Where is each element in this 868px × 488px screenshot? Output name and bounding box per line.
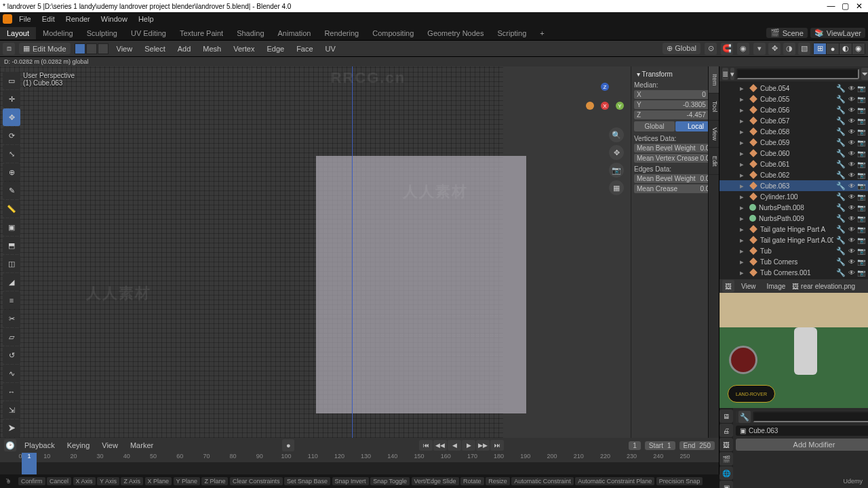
outliner-row[interactable]: ▸ Tub Corners.001 🔧 👁 📷 xyxy=(719,267,868,278)
global-toggle[interactable]: Global xyxy=(634,121,675,131)
disclosure-icon[interactable]: ▸ xyxy=(740,225,747,234)
outliner-row[interactable]: ▸ Tub 🔧 👁 📷 xyxy=(719,245,868,256)
axis-y-icon[interactable]: Y xyxy=(616,102,624,110)
eye-icon[interactable]: 👁 xyxy=(848,215,855,222)
menu-render[interactable]: Render xyxy=(62,14,94,24)
rendered-shading-icon[interactable]: ◉ xyxy=(852,43,865,54)
tab-uv-editing[interactable]: UV Editing xyxy=(124,27,173,39)
outliner-row[interactable]: ▸ Tub Corners 🔧 👁 📷 xyxy=(719,256,868,267)
tool-inset[interactable]: ◫ xyxy=(3,255,20,272)
tl-menu-keying[interactable]: Keying xyxy=(63,440,94,451)
outliner-row[interactable]: ▸ Cube.057 🔧 👁 📷 xyxy=(719,115,868,126)
autokey-icon[interactable]: ● xyxy=(282,439,294,451)
prop-tab-world-icon[interactable]: 🌐 xyxy=(719,466,733,480)
proportional-edit-icon[interactable]: ◉ xyxy=(737,43,749,55)
tool-measure[interactable]: 📏 xyxy=(3,200,20,218)
image-name-field[interactable]: 🖼 rear elevation.png xyxy=(792,283,865,290)
tool-rip[interactable]: ⮞ xyxy=(3,420,20,437)
eye-icon[interactable]: 👁 xyxy=(848,237,855,244)
tool-smooth[interactable]: ∿ xyxy=(3,365,20,382)
tab-compositing[interactable]: Compositing xyxy=(366,27,420,39)
disclosure-icon[interactable]: ▸ xyxy=(740,268,747,277)
matprev-shading-icon[interactable]: ◐ xyxy=(840,43,852,54)
disclosure-icon[interactable]: ▸ xyxy=(740,171,747,180)
render-icon[interactable]: 📷 xyxy=(857,247,865,255)
render-icon[interactable]: 📷 xyxy=(857,171,865,179)
render-icon[interactable]: 📷 xyxy=(857,237,865,244)
menu-select[interactable]: Select xyxy=(140,43,170,54)
image-editor-canvas[interactable]: LAND-ROVER xyxy=(719,293,868,408)
tl-menu-view[interactable]: View xyxy=(98,440,122,451)
editor-type-icon[interactable]: ⧈ xyxy=(3,43,15,55)
disclosure-icon[interactable]: ▸ xyxy=(740,95,747,104)
mode-selector[interactable]: ▦ Edit Mode xyxy=(19,43,71,54)
gizmo-icon[interactable]: ✥ xyxy=(768,43,781,55)
3d-viewport[interactable]: RRCG.cn 人人素材 人人素材 User Perspective (1) C… xyxy=(0,66,719,438)
start-frame-field[interactable]: Start1 xyxy=(645,441,675,450)
props-search-input[interactable] xyxy=(753,411,868,422)
eye-icon[interactable]: 👁 xyxy=(848,193,855,201)
eye-icon[interactable]: 👁 xyxy=(848,117,855,125)
render-icon[interactable]: 📷 xyxy=(857,269,865,277)
outliner-search-input[interactable] xyxy=(736,68,859,79)
tool-bevel[interactable]: ◢ xyxy=(3,273,20,291)
tool-knife[interactable]: ✂ xyxy=(3,310,20,327)
eye-icon[interactable]: 👁 xyxy=(848,150,855,157)
axis-x-icon[interactable]: X xyxy=(601,102,609,110)
overlays-icon[interactable]: ◑ xyxy=(783,43,795,55)
tab-rendering[interactable]: Rendering xyxy=(317,27,366,39)
render-icon[interactable]: 📷 xyxy=(857,182,865,190)
solid-shading-icon[interactable]: ● xyxy=(827,43,839,54)
menu-mesh[interactable]: Mesh xyxy=(199,43,225,54)
render-icon[interactable]: 📷 xyxy=(857,150,865,157)
menu-face[interactable]: Face xyxy=(292,43,317,54)
eye-icon[interactable]: 👁 xyxy=(848,96,855,103)
maximize-button[interactable]: ▢ xyxy=(839,1,851,11)
render-icon[interactable]: 📷 xyxy=(857,128,865,136)
eye-icon[interactable]: 👁 xyxy=(848,139,855,146)
disclosure-icon[interactable]: ▸ xyxy=(740,160,747,169)
next-key-icon[interactable]: ▶▶ xyxy=(476,440,490,451)
prop-tab-scene-icon[interactable]: 🎬 xyxy=(719,452,733,466)
outliner-row[interactable]: ▸ Tail gate Hinge Part A 🔧 👁 📷 xyxy=(719,224,868,235)
mean-crease-field[interactable]: Mean Crease0.00 xyxy=(634,184,716,193)
menu-add[interactable]: Add xyxy=(174,43,195,54)
tool-annotate[interactable]: ✎ xyxy=(3,182,20,199)
eye-icon[interactable]: 👁 xyxy=(848,204,855,211)
current-frame-field[interactable]: 1 xyxy=(629,441,641,450)
play-icon[interactable]: ▶ xyxy=(462,440,475,451)
menu-edit[interactable]: Edit xyxy=(38,14,59,24)
prop-tab-viewlayer-icon[interactable]: 🖼 xyxy=(719,438,733,451)
median-z-field[interactable]: Z-4.457 m xyxy=(634,110,716,119)
tl-menu-marker[interactable]: Marker xyxy=(126,440,157,451)
tab-animation[interactable]: Animation xyxy=(271,27,318,39)
minimize-button[interactable]: — xyxy=(825,1,837,11)
render-icon[interactable]: 📷 xyxy=(857,139,865,146)
tab-sculpting[interactable]: Sculpting xyxy=(80,27,124,39)
tool-move[interactable]: ✥ xyxy=(3,108,20,126)
menu-file[interactable]: File xyxy=(15,14,35,24)
tab-scripting[interactable]: Scripting xyxy=(490,27,533,39)
eye-icon[interactable]: 👁 xyxy=(848,128,855,136)
render-icon[interactable]: 📷 xyxy=(857,161,865,168)
pivot-icon[interactable]: ⊙ xyxy=(705,43,717,55)
disclosure-icon[interactable]: ▸ xyxy=(740,106,747,115)
eye-icon[interactable]: 👁 xyxy=(848,161,855,168)
disclosure-icon[interactable]: ▸ xyxy=(740,127,747,136)
props-editor-type-icon[interactable]: 🔧 xyxy=(738,411,751,423)
outliner-row[interactable]: ▸ Cube.058 🔧 👁 📷 xyxy=(719,126,868,137)
disclosure-icon[interactable]: ▸ xyxy=(740,117,747,125)
disclosure-icon[interactable]: ▸ xyxy=(740,203,747,212)
outliner-row[interactable]: ▸ Tail gate Hinge Part A.001 🔧 👁 📷 xyxy=(719,235,868,245)
play-reverse-icon[interactable]: ◀ xyxy=(448,440,461,451)
close-button[interactable]: ✕ xyxy=(853,1,865,11)
tab-modeling[interactable]: Modeling xyxy=(36,27,80,39)
img-menu-view[interactable]: View xyxy=(737,281,760,291)
tab-geometry-nodes[interactable]: Geometry Nodes xyxy=(420,27,490,39)
eye-icon[interactable]: 👁 xyxy=(848,258,855,266)
disclosure-icon[interactable]: ▸ xyxy=(740,138,747,147)
disclosure-icon[interactable]: ▸ xyxy=(740,149,747,158)
tab-add[interactable]: + xyxy=(533,27,551,39)
outliner-row[interactable]: ▸ Cube.055 🔧 👁 📷 xyxy=(719,94,868,104)
snap-icon[interactable]: 🧲 xyxy=(721,43,733,55)
